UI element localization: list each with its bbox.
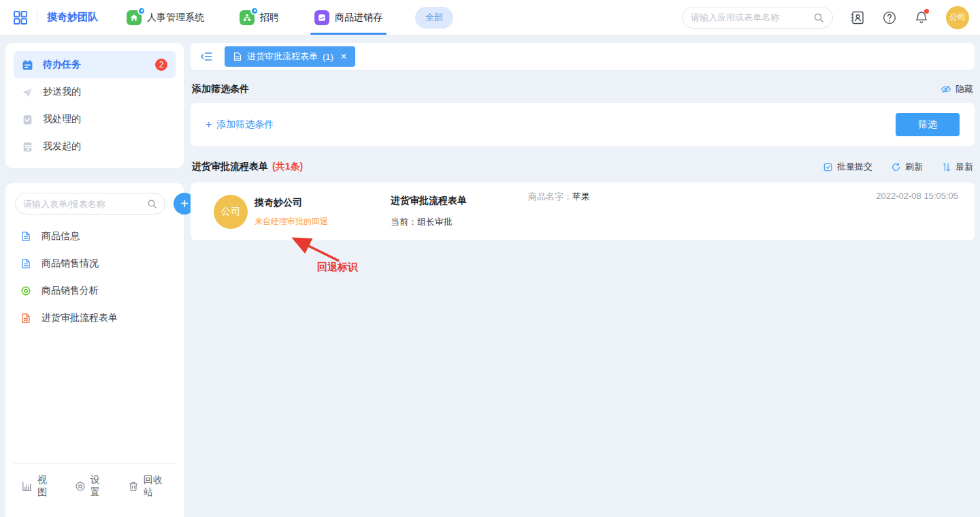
record-submitter-column: 摸奇妙公司 来自经理审批的回退 <box>255 183 384 240</box>
hide-filters-button[interactable]: 隐藏 <box>941 83 973 95</box>
sidebar-item-label: 商品销售分析 <box>42 285 99 297</box>
record-count: (共1条) <box>272 161 303 173</box>
record-list-title: 进货审批流程表单 <box>192 161 268 173</box>
current-step: 当前：组长审批 <box>391 216 528 228</box>
main-content: 进货审批流程表单 (1) ✕ 添加筛选条件 隐藏 + 添加筛选条件 <box>191 43 975 517</box>
sidebar: 待办任务 2 抄送我的 我处理的 <box>5 43 184 517</box>
tab-purchase-approval-form[interactable]: 进货审批流程表单 (1) ✕ <box>225 46 355 67</box>
gear-icon <box>75 481 86 492</box>
annotation-return-flag-label: 回退标识 <box>317 261 358 274</box>
sidebar-item-label: 我发起的 <box>43 140 81 153</box>
trash-icon <box>128 481 139 492</box>
recycle-bin-button[interactable]: 回收站 <box>128 474 167 499</box>
app-tab-inventory[interactable]: 商品进销存 <box>314 0 382 35</box>
topbar-right: 公司 <box>682 6 969 29</box>
search-icon[interactable] <box>147 199 157 209</box>
sidebar-item-label: 我处理的 <box>43 113 81 125</box>
field-value: 苹果 <box>572 191 590 202</box>
contacts-icon[interactable] <box>850 10 865 25</box>
user-avatar[interactable]: 公司 <box>946 6 969 29</box>
sidebar-item-product-sales[interactable]: 商品销售情况 <box>14 250 176 277</box>
form-doc-icon <box>20 258 31 269</box>
filter-section-header: 添加筛选条件 隐藏 <box>191 76 975 103</box>
sidebar-item-label: 商品销售情况 <box>42 257 99 270</box>
forms-panel: + 商品信息 商品销售情况 <box>5 183 184 517</box>
sidebar-footer: 视图 设置 <box>14 463 176 509</box>
send-icon <box>22 87 33 98</box>
footer-label: 回收站 <box>144 474 167 499</box>
app-tab-label: 商品进销存 <box>335 12 382 24</box>
search-icon[interactable] <box>813 12 824 23</box>
record-list-actions: 批量提交 刷新 <box>823 161 973 173</box>
app-tab-hr-system[interactable]: 人事管理系统 <box>127 0 204 35</box>
tab-count: (1) <box>323 52 333 62</box>
views-button[interactable]: 视图 <box>22 474 53 499</box>
sidebar-item-label: 待办任务 <box>43 59 81 71</box>
calendar-icon <box>22 59 33 71</box>
sidebar-item-purchase-approval-form[interactable]: 进货审批流程表单 <box>14 304 176 332</box>
settings-button[interactable]: 设置 <box>75 474 106 499</box>
sidebar-item-initiated-by-me[interactable]: 我发起的 <box>14 133 176 160</box>
action-label: 批量提交 <box>837 161 872 173</box>
return-note[interactable]: 来自经理审批的回退 <box>255 216 384 228</box>
collapse-sidebar-icon[interactable] <box>197 50 216 63</box>
record-field: 商品名字：苹果 <box>528 183 876 240</box>
chart-app-icon <box>314 10 329 25</box>
company-name: 摸奇妙公司 <box>255 197 384 209</box>
sidebar-item-product-info[interactable]: 商品信息 <box>14 223 176 250</box>
plus-icon: + <box>206 119 212 131</box>
action-label: 刷新 <box>905 161 923 173</box>
app-tab-label: 人事管理系统 <box>147 12 204 24</box>
record-timestamp: 2022-02-08 15:05:05 <box>876 183 958 240</box>
todo-count-badge: 2 <box>155 59 167 71</box>
form-search-input[interactable] <box>23 199 143 209</box>
page-layout: 待办任务 2 抄送我的 我处理的 <box>0 35 980 517</box>
app-launcher-grid-icon[interactable] <box>12 10 29 26</box>
notification-dot <box>924 9 929 14</box>
house-icon <box>127 10 142 25</box>
document-icon <box>233 52 242 61</box>
team-name[interactable]: 摸奇妙团队 <box>47 11 98 24</box>
record-list-header: 进货审批流程表单 (共1条) 批量提交 <box>191 151 975 183</box>
all-apps-pill[interactable]: 全部 <box>415 7 453 29</box>
edit-document-icon <box>22 141 33 153</box>
topbar: 摸奇妙团队 人事管理系统 招 <box>0 0 980 35</box>
clipboard-check-icon <box>22 114 33 125</box>
filter-section-title: 添加筛选条件 <box>192 83 249 95</box>
sort-newest-button[interactable]: 最新 <box>941 161 973 173</box>
apply-filter-button[interactable]: 筛选 <box>896 113 960 136</box>
sidebar-item-cc-to-me[interactable]: 抄送我的 <box>14 78 176 106</box>
sidebar-item-label: 进货审批流程表单 <box>42 312 118 324</box>
form-search-box[interactable] <box>15 193 165 215</box>
org-icon <box>240 10 255 25</box>
tab-label: 进货审批流程表单 <box>247 50 318 63</box>
app-tabs: 人事管理系统 招聘 <box>127 0 382 35</box>
sidebar-item-sales-analysis[interactable]: 商品销售分析 <box>14 277 176 304</box>
record-list-title-wrap: 进货审批流程表单 (共1条) <box>192 161 303 173</box>
topbar-left: 摸奇妙团队 人事管理系统 招 <box>12 0 453 35</box>
app-tab-label: 招聘 <box>260 12 279 24</box>
global-search-box[interactable] <box>682 7 833 29</box>
divider <box>37 12 37 24</box>
footer-label: 视图 <box>37 474 53 499</box>
pin-badge-icon <box>250 7 259 15</box>
eye-off-icon <box>941 84 951 95</box>
sidebar-item-todo-tasks[interactable]: 待办任务 2 <box>14 51 176 78</box>
global-search-input[interactable] <box>691 12 808 22</box>
batch-submit-button[interactable]: 批量提交 <box>823 161 872 173</box>
notifications-bell-icon[interactable] <box>914 10 929 25</box>
refresh-button[interactable]: 刷新 <box>891 161 923 173</box>
add-filter-label: 添加筛选条件 <box>216 119 274 131</box>
form-doc-icon <box>20 313 31 324</box>
close-icon[interactable]: ✕ <box>340 52 347 61</box>
sort-newest-icon <box>941 162 951 172</box>
sidebar-item-label: 商品信息 <box>42 230 80 242</box>
sidebar-item-processed-by-me[interactable]: 我处理的 <box>14 106 176 133</box>
add-filter-condition-link[interactable]: + 添加筛选条件 <box>206 119 274 131</box>
action-label: 最新 <box>956 161 973 173</box>
filter-panel: + 添加筛选条件 筛选 <box>191 103 975 146</box>
record-row[interactable]: 公司 摸奇妙公司 来自经理审批的回退 进货审批流程表单 当前：组长审批 商品名字… <box>191 183 975 240</box>
help-icon[interactable] <box>882 10 897 25</box>
views-chart-icon <box>22 481 33 492</box>
app-tab-recruiting[interactable]: 招聘 <box>240 0 279 35</box>
